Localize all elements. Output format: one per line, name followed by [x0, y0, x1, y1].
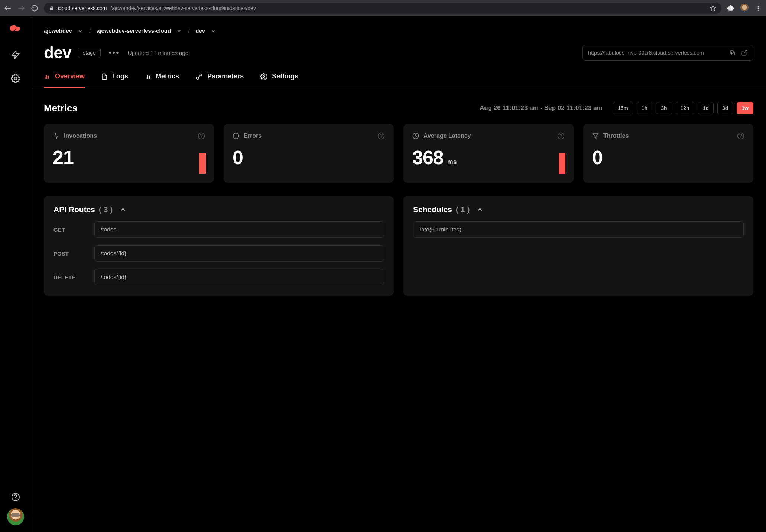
user-avatar[interactable]: [7, 508, 24, 525]
svg-rect-19: [147, 75, 148, 79]
api-route-row: POST /todos/{id}: [53, 245, 384, 262]
schedules-title: Schedules: [413, 205, 452, 214]
invocations-sparkbar: [199, 153, 206, 174]
browser-menu-icon[interactable]: [754, 4, 762, 12]
lock-icon: [49, 6, 54, 11]
svg-point-5: [758, 10, 759, 11]
latency-sparkbar: [559, 153, 565, 174]
breadcrumb-org-label: ajcwebdev: [44, 27, 72, 34]
gear-icon[interactable]: [11, 74, 20, 83]
updated-timestamp: Updated 11 minutes ago: [128, 50, 188, 56]
svg-point-3: [758, 6, 759, 7]
tab-overview[interactable]: Overview: [44, 72, 85, 88]
forward-button[interactable]: [17, 4, 25, 12]
card-latency[interactable]: Average Latency 368 ms: [403, 124, 574, 183]
svg-line-23: [201, 75, 202, 76]
bolt-icon[interactable]: [11, 50, 20, 59]
schedule-expression[interactable]: rate(60 minutes): [413, 221, 744, 238]
metrics-time-range: Aug 26 11:01:23 am - Sep 02 11:01:23 am: [480, 104, 603, 112]
help-icon[interactable]: [557, 132, 565, 140]
api-route-row: GET /todos: [53, 221, 384, 238]
copy-url-icon[interactable]: [729, 49, 736, 56]
card-latency-label: Average Latency: [423, 133, 471, 139]
help-icon[interactable]: [737, 132, 744, 140]
more-actions-button[interactable]: •••: [107, 48, 121, 58]
card-throttles[interactable]: Throttles 0: [583, 124, 753, 183]
back-button[interactable]: [4, 4, 12, 12]
svg-line-12: [744, 50, 747, 53]
bookmark-star-icon[interactable]: [710, 5, 716, 12]
main-content: ajcwebdev / ajcwebdev-serverless-cloud /…: [31, 16, 766, 532]
svg-point-24: [263, 75, 265, 77]
svg-marker-2: [710, 6, 716, 11]
help-icon[interactable]: [11, 493, 20, 502]
range-button-group: 15m 1h 3h 12h 1d 3d 1w: [613, 102, 753, 114]
panel-schedules: Schedules ( 1 ) rate(60 minutes): [403, 196, 753, 296]
help-icon[interactable]: [377, 132, 385, 140]
tab-settings[interactable]: Settings: [260, 72, 298, 88]
range-1d[interactable]: 1d: [698, 102, 714, 114]
card-invocations-value: 21: [53, 146, 74, 169]
open-external-icon[interactable]: [741, 49, 748, 56]
tab-settings-label: Settings: [272, 72, 298, 80]
range-3h[interactable]: 3h: [656, 102, 672, 114]
page-title: dev: [44, 43, 71, 62]
card-latency-value: 368: [412, 146, 444, 169]
tab-metrics[interactable]: Metrics: [145, 72, 179, 88]
svg-point-37: [740, 137, 741, 138]
tab-overview-label: Overview: [55, 72, 85, 80]
svg-point-4: [758, 8, 759, 9]
svg-marker-6: [12, 51, 19, 59]
breadcrumb-service-label: ajcwebdev-serverless-cloud: [97, 27, 171, 34]
range-12h[interactable]: 12h: [676, 102, 694, 114]
card-invocations[interactable]: Invocations 21: [44, 124, 214, 183]
card-errors[interactable]: Errors 0: [224, 124, 394, 183]
collapse-icon[interactable]: [476, 206, 484, 213]
url-path: /ajcwebdev/services/ajcwebdev-serverless…: [111, 5, 256, 11]
svg-point-21: [197, 77, 199, 79]
tab-parameters[interactable]: Parameters: [195, 72, 244, 88]
address-bar[interactable]: cloud.serverless.com/ajcwebdev/services/…: [44, 3, 721, 14]
document-icon: [101, 73, 108, 80]
reload-button[interactable]: [30, 4, 39, 12]
range-1w[interactable]: 1w: [737, 102, 753, 114]
range-15m[interactable]: 15m: [613, 102, 633, 114]
range-3d[interactable]: 3d: [717, 102, 733, 114]
metric-cards: Invocations 21 Errors 0: [31, 114, 766, 183]
svg-point-26: [201, 137, 202, 138]
metrics-title: Metrics: [44, 103, 78, 114]
svg-point-7: [14, 77, 17, 80]
route-method: DELETE: [53, 274, 94, 280]
extensions-icon[interactable]: [727, 4, 735, 12]
card-invocations-label: Invocations: [64, 133, 97, 139]
route-path[interactable]: /todos: [94, 221, 384, 238]
range-1h[interactable]: 1h: [637, 102, 652, 114]
route-method: POST: [53, 250, 94, 257]
breadcrumb-instance[interactable]: dev: [195, 27, 216, 34]
chevron-down-icon: [176, 28, 182, 34]
breadcrumb-instance-label: dev: [195, 27, 205, 34]
breadcrumb-service[interactable]: ajcwebdev-serverless-cloud: [97, 27, 182, 34]
instance-url-text[interactable]: https://fabulous-mvp-00zr8.cloud.serverl…: [588, 50, 724, 56]
activity-icon: [53, 133, 59, 139]
route-path[interactable]: /todos/{id}: [94, 269, 384, 285]
breadcrumb-org[interactable]: ajcwebdev: [44, 27, 83, 34]
serverless-logo-icon[interactable]: [9, 25, 22, 36]
tab-metrics-label: Metrics: [156, 72, 179, 80]
gear-icon: [260, 73, 267, 80]
breadcrumb-separator: /: [89, 27, 91, 34]
instance-url-box: https://fabulous-mvp-00zr8.cloud.serverl…: [582, 45, 753, 61]
app-root: ajcwebdev / ajcwebdev-serverless-cloud /…: [0, 16, 766, 532]
breadcrumb: ajcwebdev / ajcwebdev-serverless-cloud /…: [31, 16, 766, 34]
card-throttles-value: 0: [592, 146, 603, 169]
svg-point-31: [381, 137, 382, 138]
tab-logs[interactable]: Logs: [101, 72, 128, 88]
route-path[interactable]: /todos/{id}: [94, 245, 384, 262]
collapse-icon[interactable]: [119, 206, 127, 213]
profile-avatar[interactable]: [740, 4, 749, 13]
api-route-row: DELETE /todos/{id}: [53, 269, 384, 285]
chevron-down-icon: [77, 28, 83, 34]
card-latency-unit: ms: [447, 158, 457, 166]
help-icon[interactable]: [198, 132, 205, 140]
card-errors-value: 0: [233, 146, 243, 169]
